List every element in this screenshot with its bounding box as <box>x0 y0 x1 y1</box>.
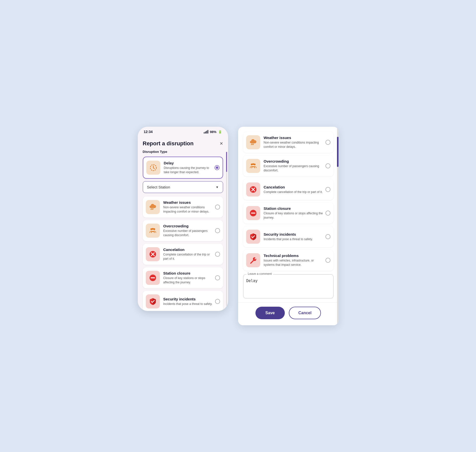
panel-shield-icon <box>249 233 257 241</box>
cancelation-icon-wrap <box>146 247 160 261</box>
weather-text: Weather issues Non-severe weather condit… <box>163 200 213 214</box>
station-closure-title: Station closure <box>163 271 213 275</box>
signal-bar-2 <box>205 132 206 134</box>
disruption-card-delay[interactable]: Delay Disruptions causing the journey to… <box>143 157 223 179</box>
panel-overcrowding-text: Overcrowding Excessive number of passeng… <box>264 159 323 173</box>
panel-weather-text: Weather issues Non-severe weather condit… <box>264 136 323 149</box>
people-icon <box>149 227 157 235</box>
panel-disruption-card-security[interactable]: Security incidents Incidents that pose a… <box>243 226 333 247</box>
svg-point-8 <box>254 164 255 165</box>
panel-station-closure-desc: Closure of key stations or stops affecti… <box>264 211 323 220</box>
panel-overcrowding-radio[interactable] <box>325 163 330 168</box>
panel-cancelation-text: Cancelation Complete cancellation of the… <box>264 185 323 194</box>
signal-bar-4 <box>208 130 208 134</box>
overcrowding-desc: Excessive number of passengers causing d… <box>163 229 213 237</box>
disruption-card-cancelation[interactable]: Cancelation Complete cancellation of the… <box>143 244 223 265</box>
panel-cloud-icon <box>249 138 257 146</box>
panel-overcrowding-icon-wrap <box>246 159 260 173</box>
panel-security-text: Security incidents Incidents that pose a… <box>264 232 323 241</box>
station-closure-icon-wrap <box>146 271 160 285</box>
panel: Weather issues Non-severe weather condit… <box>238 127 338 325</box>
panel-weather-title: Weather issues <box>264 136 323 140</box>
panel-footer: Save Cancel <box>238 302 338 325</box>
panel-cancelation-title: Cancelation <box>264 185 323 189</box>
panel-technical-text: Technical problems Issues with vehicles,… <box>264 253 323 267</box>
panel-disruption-card-weather[interactable]: Weather issues Non-severe weather condit… <box>243 132 333 153</box>
cloud-icon <box>149 203 157 211</box>
panel-technical-title: Technical problems <box>264 253 323 258</box>
panel-minus-circle-icon <box>249 209 257 217</box>
phone-scrollbar <box>226 152 227 306</box>
panel-station-closure-icon-wrap <box>246 206 260 220</box>
panel-disruption-card-technical[interactable]: Technical problems Issues with vehicles,… <box>243 250 333 271</box>
close-button[interactable]: × <box>220 141 223 146</box>
panel-station-closure-title: Station closure <box>264 206 323 211</box>
panel-people-icon <box>249 162 257 170</box>
status-time: 12:34 <box>144 130 153 134</box>
panel-disruption-card-station-closure[interactable]: Station closure Closure of key stations … <box>243 203 333 224</box>
svg-point-9 <box>252 163 254 165</box>
report-header: Report a disruption × <box>143 135 223 150</box>
clock-icon <box>149 164 157 172</box>
weather-icon-wrap <box>146 200 160 214</box>
station-dropdown[interactable]: Select Station ▼ <box>143 181 223 193</box>
signal-bar-1 <box>204 132 205 134</box>
overcrowding-text: Overcrowding Excessive number of passeng… <box>163 224 213 237</box>
phone-content: Report a disruption × Disruption Type De… <box>138 135 228 311</box>
weather-title: Weather issues <box>163 200 213 205</box>
panel-technical-radio[interactable] <box>325 258 330 263</box>
panel-scrollbar-thumb <box>337 137 338 167</box>
security-radio[interactable] <box>215 299 220 304</box>
phone-mockup: 12:34 98% 🔋 Report a disruption × Disrup… <box>138 127 228 311</box>
comment-label: Leave a comment <box>246 272 273 276</box>
overcrowding-radio[interactable] <box>215 228 220 233</box>
panel-overcrowding-desc: Excessive number of passengers causing d… <box>264 164 323 173</box>
panel-overcrowding-title: Overcrowding <box>264 159 323 163</box>
security-text: Security incidents Incidents that pose a… <box>163 297 213 306</box>
phone-scrollbar-thumb <box>226 152 227 172</box>
app-container: 12:34 98% 🔋 Report a disruption × Disrup… <box>138 127 338 325</box>
disruption-card-overcrowding[interactable]: Overcrowding Excessive number of passeng… <box>143 220 223 241</box>
disruption-card-weather[interactable]: Weather issues Non-severe weather condit… <box>143 197 223 218</box>
security-desc: Incidents that pose a threat to safety. <box>163 302 213 306</box>
station-closure-radio[interactable] <box>215 275 220 280</box>
weather-radio[interactable] <box>215 205 220 210</box>
panel-weather-radio[interactable] <box>325 140 330 145</box>
save-button[interactable]: Save <box>255 307 285 319</box>
delay-title: Delay <box>164 161 213 165</box>
cancelation-radio[interactable] <box>215 252 220 257</box>
delay-icon-wrap <box>146 161 160 175</box>
battery-icon: 🔋 <box>218 130 222 134</box>
panel-weather-desc: Non-severe weather conditions impacting … <box>264 141 323 149</box>
panel-security-desc: Incidents that pose a threat to safety. <box>264 237 323 241</box>
panel-technical-icon-wrap <box>246 253 260 267</box>
station-closure-text: Station closure Closure of key stations … <box>163 271 213 285</box>
disruption-card-station-closure[interactable]: Station closure Closure of key stations … <box>143 267 223 288</box>
panel-station-closure-text: Station closure Closure of key stations … <box>264 206 323 220</box>
overcrowding-icon-wrap <box>146 224 160 238</box>
panel-disruption-card-overcrowding[interactable]: Overcrowding Excessive number of passeng… <box>243 155 333 176</box>
security-icon-wrap <box>146 294 160 308</box>
cancelation-title: Cancelation <box>163 247 213 252</box>
delay-desc: Disruptions causing the journey to take … <box>164 166 213 174</box>
panel-security-radio[interactable] <box>325 234 330 239</box>
shield-icon <box>149 297 157 305</box>
panel-scrollable: Weather issues Non-severe weather condit… <box>238 127 338 302</box>
status-bar: 12:34 98% 🔋 <box>138 127 228 135</box>
panel-disruption-card-cancelation[interactable]: Cancelation Complete cancellation of the… <box>243 179 333 200</box>
disruption-card-security[interactable]: Security incidents Incidents that pose a… <box>143 291 223 311</box>
svg-point-1 <box>150 228 152 230</box>
cancel-icon <box>149 250 157 258</box>
comment-textarea[interactable] <box>243 275 333 297</box>
svg-point-2 <box>153 228 155 230</box>
report-title: Report a disruption <box>143 140 194 147</box>
cancel-button[interactable]: Cancel <box>289 307 321 319</box>
signal-bar-3 <box>206 131 207 134</box>
panel-cancelation-radio[interactable] <box>325 187 330 192</box>
status-icons: 98% 🔋 <box>204 130 222 134</box>
weather-desc: Non-severe weather conditions impacting … <box>163 205 213 214</box>
battery-percent: 98% <box>210 130 216 134</box>
panel-security-icon-wrap <box>246 230 260 244</box>
panel-station-closure-radio[interactable] <box>325 211 330 216</box>
delay-radio[interactable] <box>215 165 220 170</box>
